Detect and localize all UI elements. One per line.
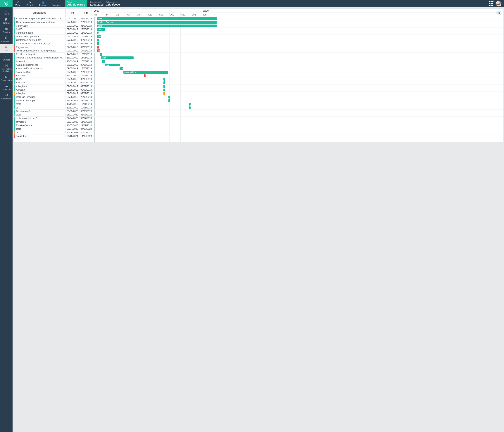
- search-icon[interactable]: 🔍: [496, 10, 501, 15]
- table-row[interactable]: Projetos Complementares (elétrica, hidrá…: [14, 56, 93, 60]
- gantt-bar[interactable]: Luiz: [105, 64, 120, 66]
- gantt-bar[interactable]: Rodrigo Caetano: [97, 21, 217, 24]
- table-row[interactable]: Conferência de Produtos07/03/201908/03/2…: [14, 38, 93, 42]
- gantt-bar[interactable]: Jorge Valdez: [123, 71, 168, 74]
- table-row[interactable]: Comunicação sobre a inauguração07/03/201…: [14, 42, 93, 45]
- table-row[interactable]: Ativação 109/09/201909/09/2019: [14, 81, 93, 84]
- topnav-equipe[interactable]: 👥Equipe: [36, 0, 49, 7]
- sidenav-item-documentos[interactable]: 🗎Documentos: [0, 74, 13, 83]
- timeline-month: Nov: [180, 13, 185, 17]
- activity-name: Pedidos da Logística: [15, 53, 66, 55]
- gantt-bar[interactable]: Lui: [97, 35, 101, 38]
- table-row[interactable]: Ativação 409/09/201909/09/2019: [14, 88, 93, 92]
- sidenav-item-pessoas[interactable]: 👥Pessoas da Unidade: [0, 63, 13, 74]
- table-row[interactable]: ativação 501/07/202011/08/2020: [14, 120, 93, 124]
- topbar: ↶Voltar⚑Projeto👥Equipe≡Funções Projeto: …: [0, 0, 504, 7]
- table-row[interactable]: Elaborar Planta para o layout da loja no…: [14, 17, 93, 20]
- table-row[interactable]: CNPJ09/09/201909/09/2019: [14, 77, 93, 81]
- table-row[interactable]: Alvará de Obra20/05/201920/09/2019: [14, 70, 93, 74]
- feed-icon: ≣: [0, 9, 12, 12]
- table-row[interactable]: Níveis de Estocagem e mix de produtos07/…: [14, 49, 93, 53]
- gantt-bar[interactable]: [163, 92, 165, 95]
- topnav-funcoes[interactable]: ≡Funções: [49, 0, 64, 7]
- table-row[interactable]: Engenharia07/03/201907/03/2019: [14, 45, 93, 49]
- apps-grid-icon[interactable]: [489, 1, 494, 6]
- gantt-bar[interactable]: [97, 46, 99, 48]
- gantt-bar[interactable]: Lu: [97, 49, 100, 52]
- gantt-bar[interactable]: [163, 89, 165, 91]
- gantt-bar[interactable]: [168, 96, 170, 99]
- sidenav-item-disco[interactable]: ☁Disco Virtual: [0, 83, 13, 92]
- table-row[interactable]: testando o sistema 202/04/202002/04/2020: [14, 117, 93, 120]
- table-row[interactable]: Arquitetura06/10/202114/02/2023: [14, 135, 93, 138]
- table-row[interactable]: Fachada16/07/201916/07/2019: [14, 74, 93, 77]
- sidenav-item-gant[interactable]: ≣Gant: [0, 44, 13, 53]
- sidenav-item-quadro[interactable]: ▦Quadro: [0, 26, 13, 35]
- gantt-bar[interactable]: Luiz: [97, 28, 105, 31]
- gantt-bar[interactable]: L: [97, 32, 99, 34]
- gantt-bar[interactable]: [163, 81, 165, 84]
- gantt-bar[interactable]: [97, 42, 99, 45]
- activity-end: 09/09/2019: [79, 92, 93, 95]
- table-row[interactable]: teste30/07/202004/08/2020: [14, 127, 93, 131]
- timeline-month: Ago: [148, 13, 152, 17]
- activity-start: 09/09/2019: [66, 78, 79, 81]
- gantt-bar[interactable]: [189, 103, 190, 106]
- sidenav-item-feed[interactable]: ≣Feed: [0, 7, 13, 17]
- table-row[interactable]: Construção07/03/201931/08/2020: [14, 24, 93, 28]
- table-row[interactable]: Ativação 309/09/201909/09/2019: [14, 85, 93, 88]
- topnav-projeto[interactable]: ⚑Projeto: [24, 0, 36, 7]
- sidenav-item-chamados[interactable]: 🗨Chamados: [0, 92, 13, 101]
- gantt-bar[interactable]: Lui: [119, 67, 123, 70]
- project-chip[interactable]: Projeto: Loja de Marco: [65, 0, 87, 7]
- sidenav-item-tarefas[interactable]: 🗄Tarefas: [0, 17, 13, 26]
- gantt-bar[interactable]: Luiz: [97, 17, 217, 20]
- gantt-bar[interactable]: Luiz: [97, 25, 217, 27]
- table-row[interactable]: Inscrição Municipal23/09/201923/09/2019: [14, 99, 93, 102]
- avatar[interactable]: [496, 1, 501, 7]
- activity-start: 07/03/2019: [66, 35, 79, 38]
- gantt-bar[interactable]: Br: [102, 60, 105, 63]
- gantt-bar[interactable]: [163, 85, 165, 88]
- timeline-month: Dez: [191, 13, 196, 17]
- table-row[interactable]: CNPJ07/03/201927/03/2019: [14, 28, 93, 31]
- app-logo[interactable]: [0, 0, 13, 7]
- column-header-ini[interactable]: Ini: [66, 9, 79, 17]
- table-row[interactable]: Pedidos da Logística14/03/201919/03/2019: [14, 53, 93, 56]
- gantt-chart: Atividades Ini Fim Elaborar Planta para …: [14, 9, 503, 142]
- activity-start: 10/07/2020: [66, 124, 79, 127]
- topnav-voltar[interactable]: ↶Voltar: [13, 0, 24, 7]
- gantt-timeline[interactable]: 🔍 20192020 MarAbrMaiJunJulAgoSetOutNovDe…: [93, 9, 503, 142]
- gantt-bar[interactable]: Lu: [100, 53, 102, 56]
- timeline-row: [93, 127, 503, 131]
- disco-icon: ☁: [0, 84, 12, 88]
- table-row[interactable]: Documentação09/03/202009/03/2020: [14, 109, 93, 113]
- column-header-fim[interactable]: Fim: [79, 9, 93, 17]
- column-header-atividades[interactable]: Atividades: [14, 9, 66, 17]
- gantt-bar[interactable]: [144, 74, 145, 77]
- table-row[interactable]: t119/11/201919/11/2019: [14, 106, 93, 109]
- table-row[interactable]: Limpeza e Organização07/03/201915/03/201…: [14, 35, 93, 38]
- sidenav-item-unidade[interactable]: ⌂Unidade: [0, 53, 13, 63]
- table-row[interactable]: Alvará dos Bombeiros28/03/201908/05/2019: [14, 63, 93, 67]
- table-row[interactable]: Ativação 209/09/201909/09/2019: [14, 92, 93, 95]
- timeline-row: [93, 77, 503, 81]
- gantt-bar[interactable]: [189, 107, 190, 109]
- activity-end: 26/03/2019: [79, 60, 93, 63]
- gantt-bar[interactable]: [163, 78, 165, 81]
- table-row[interactable]: Álvará de Funcionamento09/05/201917/05/2…: [14, 67, 93, 70]
- gantt-bar[interactable]: [97, 39, 99, 42]
- table-row[interactable]: Contratar Seguro07/03/201911/03/2019: [14, 31, 93, 35]
- activity-end: 27/03/2019: [79, 28, 93, 31]
- table-row[interactable]: Espetto Carioca10/07/202019/07/2020: [14, 124, 93, 127]
- table-row[interactable]: Inscrição Estadual23/09/201923/09/2019: [14, 95, 93, 99]
- table-row[interactable]: teste19/11/201919/11/2019: [14, 102, 93, 106]
- table-row[interactable]: oii20/09/202120/09/2021: [14, 131, 93, 135]
- table-row[interactable]: teste26/03/202031/03/2020: [14, 113, 93, 117]
- gantt-bar[interactable]: Luiz: [101, 56, 134, 59]
- sidenav-item-calendario[interactable]: 🗓Calendário: [0, 35, 13, 44]
- gantt-bar[interactable]: [168, 99, 170, 102]
- table-row[interactable]: Cotações com construtoras e materiais07/…: [14, 20, 93, 24]
- activity-name: Ativação 4: [15, 89, 66, 91]
- table-row[interactable]: Inventário20/03/201926/03/2019: [14, 60, 93, 63]
